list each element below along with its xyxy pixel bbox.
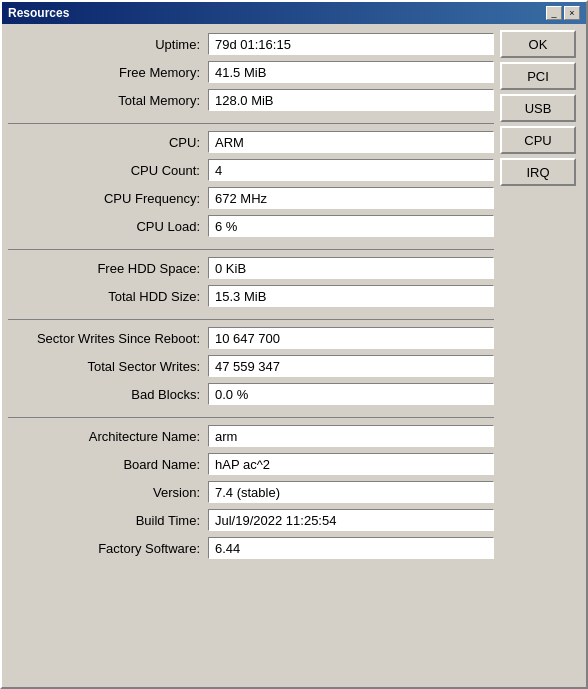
content-area: Uptime: 79d 01:16:15 Free Memory: 41.5 M…: [2, 24, 586, 687]
total-sector-writes-row: Total Sector Writes: 47 559 347: [8, 352, 494, 380]
title-bar-buttons: _ ×: [546, 6, 580, 20]
build-time-label: Build Time:: [8, 513, 208, 528]
free-hdd-row: Free HDD Space: 0 KiB: [8, 254, 494, 282]
arch-name-row: Architecture Name: arm: [8, 422, 494, 450]
arch-name-label: Architecture Name:: [8, 429, 208, 444]
total-memory-row: Total Memory: 128.0 MiB: [8, 86, 494, 114]
bad-blocks-label: Bad Blocks:: [8, 387, 208, 402]
build-time-value: Jul/19/2022 11:25:54: [208, 509, 494, 531]
cpu-load-value: 6 %: [208, 215, 494, 237]
usb-button[interactable]: USB: [500, 94, 576, 122]
free-memory-value: 41.5 MiB: [208, 61, 494, 83]
free-hdd-value: 0 KiB: [208, 257, 494, 279]
board-name-label: Board Name:: [8, 457, 208, 472]
uptime-label: Uptime:: [8, 37, 208, 52]
close-button[interactable]: ×: [564, 6, 580, 20]
factory-software-label: Factory Software:: [8, 541, 208, 556]
build-time-row: Build Time: Jul/19/2022 11:25:54: [8, 506, 494, 534]
total-sector-writes-label: Total Sector Writes:: [8, 359, 208, 374]
version-label: Version:: [8, 485, 208, 500]
version-value: 7.4 (stable): [208, 481, 494, 503]
cpu-freq-label: CPU Frequency:: [8, 191, 208, 206]
total-memory-value: 128.0 MiB: [208, 89, 494, 111]
bad-blocks-row: Bad Blocks: 0.0 %: [8, 380, 494, 408]
cpu-button[interactable]: CPU: [500, 126, 576, 154]
separator-4: [8, 410, 494, 418]
sector-writes-reboot-value: 10 647 700: [208, 327, 494, 349]
irq-button[interactable]: IRQ: [500, 158, 576, 186]
cpu-count-label: CPU Count:: [8, 163, 208, 178]
factory-software-row: Factory Software: 6.44: [8, 534, 494, 562]
board-name-value: hAP ac^2: [208, 453, 494, 475]
main-panel: Uptime: 79d 01:16:15 Free Memory: 41.5 M…: [8, 30, 494, 681]
title-bar: Resources _ ×: [2, 2, 586, 24]
window-title: Resources: [8, 6, 69, 20]
cpu-load-row: CPU Load: 6 %: [8, 212, 494, 240]
resources-window: Resources _ × Uptime: 79d 01:16:15 Free …: [0, 0, 588, 689]
total-memory-label: Total Memory:: [8, 93, 208, 108]
cpu-load-label: CPU Load:: [8, 219, 208, 234]
cpu-row: CPU: ARM: [8, 128, 494, 156]
sidebar: OK PCI USB CPU IRQ: [500, 30, 580, 681]
cpu-count-value: 4: [208, 159, 494, 181]
bad-blocks-value: 0.0 %: [208, 383, 494, 405]
board-name-row: Board Name: hAP ac^2: [8, 450, 494, 478]
separator-1: [8, 116, 494, 124]
cpu-freq-row: CPU Frequency: 672 MHz: [8, 184, 494, 212]
cpu-value: ARM: [208, 131, 494, 153]
sector-writes-reboot-row: Sector Writes Since Reboot: 10 647 700: [8, 324, 494, 352]
free-hdd-label: Free HDD Space:: [8, 261, 208, 276]
cpu-count-row: CPU Count: 4: [8, 156, 494, 184]
free-memory-row: Free Memory: 41.5 MiB: [8, 58, 494, 86]
separator-2: [8, 242, 494, 250]
sector-writes-reboot-label: Sector Writes Since Reboot:: [8, 331, 208, 346]
arch-name-value: arm: [208, 425, 494, 447]
separator-3: [8, 312, 494, 320]
total-sector-writes-value: 47 559 347: [208, 355, 494, 377]
cpu-label: CPU:: [8, 135, 208, 150]
minimize-button[interactable]: _: [546, 6, 562, 20]
total-hdd-row: Total HDD Size: 15.3 MiB: [8, 282, 494, 310]
uptime-value: 79d 01:16:15: [208, 33, 494, 55]
factory-software-value: 6.44: [208, 537, 494, 559]
total-hdd-value: 15.3 MiB: [208, 285, 494, 307]
free-memory-label: Free Memory:: [8, 65, 208, 80]
pci-button[interactable]: PCI: [500, 62, 576, 90]
version-row: Version: 7.4 (stable): [8, 478, 494, 506]
uptime-row: Uptime: 79d 01:16:15: [8, 30, 494, 58]
cpu-freq-value: 672 MHz: [208, 187, 494, 209]
ok-button[interactable]: OK: [500, 30, 576, 58]
total-hdd-label: Total HDD Size:: [8, 289, 208, 304]
